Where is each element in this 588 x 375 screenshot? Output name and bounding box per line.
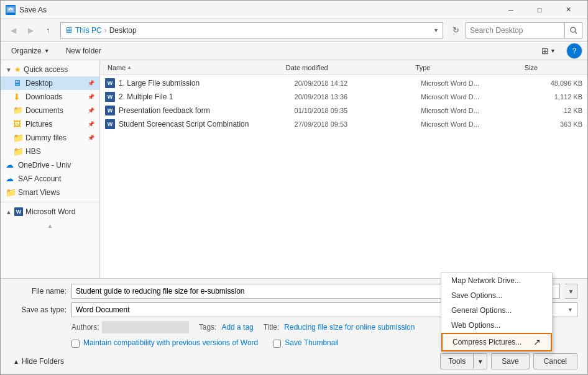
file-date-cell: 27/09/2018 09:53 xyxy=(295,120,421,128)
maintain-compat-checkbox[interactable]: Maintain compatibility with previous ver… xyxy=(71,338,258,348)
tags-item: Tags: Add a tag xyxy=(199,323,254,332)
filename-dropdown-btn[interactable]: ▼ xyxy=(565,284,577,299)
address-dropdown-arrow[interactable]: ▼ xyxy=(433,27,439,34)
quick-access-expander: ▼ xyxy=(6,66,13,73)
forward-button[interactable]: ▶ xyxy=(23,23,38,38)
hide-folders-button[interactable]: ▲ Hide Folders xyxy=(11,356,67,367)
tags-value[interactable]: Add a tag xyxy=(221,323,253,332)
sidebar-item-documents[interactable]: 📁 Documents 📌 xyxy=(1,104,99,117)
downloads-icon: ⬇ xyxy=(13,92,23,102)
tools-button[interactable]: Tools xyxy=(440,353,474,369)
window-title: Save As xyxy=(19,6,497,14)
close-button[interactable]: ✕ xyxy=(554,1,582,19)
title-value[interactable]: Reducing file size for online submission xyxy=(284,323,415,332)
bottom-buttons: ▲ Hide Folders Tools ▼ Save Cancel xyxy=(11,353,577,369)
desktop-icon: 🖥 xyxy=(13,78,23,88)
search-button[interactable] xyxy=(565,22,582,38)
file-list: W 1. Large File submission 20/09/2018 14… xyxy=(100,75,587,278)
help-button[interactable]: ? xyxy=(566,43,582,59)
save-button[interactable]: Save xyxy=(491,353,529,369)
pictures-pin-icon: 📌 xyxy=(88,121,94,127)
action-toolbar: Organize ▼ New folder ⊞ ▼ ? xyxy=(1,42,587,60)
authors-input[interactable] xyxy=(102,321,189,333)
tags-label: Tags: xyxy=(199,323,217,332)
sidebar-item-microsoft-word[interactable]: ▲ W Microsoft Word xyxy=(1,205,99,219)
sidebar-item-downloads[interactable]: ⬇ Downloads 📌 xyxy=(1,90,99,104)
view-toggle-button[interactable]: ⊞ ▼ xyxy=(536,44,561,58)
minimize-button[interactable]: ─ xyxy=(497,1,525,19)
menu-item-save-options[interactable]: Save Options... xyxy=(441,288,552,303)
nav-separator xyxy=(1,202,99,202)
save-thumbnail-label: Save Thumbnail xyxy=(285,338,339,348)
column-type[interactable]: Type xyxy=(413,64,522,71)
new-folder-button[interactable]: New folder xyxy=(60,44,107,58)
table-row[interactable]: W 1. Large File submission 20/09/2018 14… xyxy=(100,76,587,90)
sidebar-hbs-label: HBS xyxy=(25,147,94,156)
table-row[interactable]: W Student Screencast Script Combination … xyxy=(100,117,587,131)
filename-label: File name: xyxy=(11,287,67,296)
maximize-button[interactable]: □ xyxy=(525,1,554,19)
documents-pin-icon: 📌 xyxy=(88,107,94,114)
sidebar-downloads-label: Downloads xyxy=(25,93,86,101)
maintain-compat-input[interactable] xyxy=(71,340,80,348)
dummy-icon: 📁 xyxy=(13,133,23,143)
refresh-button[interactable]: ↻ xyxy=(448,23,463,38)
sidebar-item-hbs[interactable]: 📁 HBS xyxy=(1,145,99,158)
hbs-icon: 📁 xyxy=(13,147,23,156)
cancel-button[interactable]: Cancel xyxy=(533,353,577,369)
column-name[interactable]: Name ▲ xyxy=(105,64,283,71)
tools-context-menu: Map Network Drive... Save Options... Gen… xyxy=(441,273,553,352)
sidebar-item-onedrive[interactable]: ☁ OneDrive - Univ xyxy=(1,158,99,172)
word-expander: ▲ xyxy=(6,209,13,215)
sidebar-item-dummy[interactable]: 📁 Dummy files 📌 xyxy=(1,131,99,145)
tools-dropdown-button[interactable]: ▼ xyxy=(474,353,487,369)
search-input[interactable] xyxy=(466,22,565,38)
quick-access-label: Quick access xyxy=(24,65,68,74)
svg-line-3 xyxy=(575,32,577,34)
back-button[interactable]: ◀ xyxy=(6,23,21,38)
table-row[interactable]: W Presentation feedback form 01/10/2018 … xyxy=(100,104,587,117)
sidebar-item-desktop[interactable]: 🖥 Desktop 📌 xyxy=(1,76,99,90)
sidebar-item-pictures[interactable]: 🖼 Pictures 📌 xyxy=(1,117,99,131)
sidebar-item-saf[interactable]: ☁ SAF Account xyxy=(1,172,99,186)
file-word-icon: W xyxy=(105,78,115,88)
file-panel: Name ▲ Date modified Type Size W 1. Larg… xyxy=(100,60,587,278)
up-button[interactable]: ↑ xyxy=(40,23,55,38)
file-size-cell: 12 KB xyxy=(526,107,582,114)
column-date[interactable]: Date modified xyxy=(283,64,413,71)
file-name-cell: 1. Large File submission xyxy=(119,79,295,88)
organize-button[interactable]: Organize ▼ xyxy=(6,44,55,58)
dummy-pin-icon: 📌 xyxy=(88,135,94,141)
save-thumbnail-input[interactable] xyxy=(273,340,281,348)
table-row[interactable]: W 2. Multiple File 1 20/09/2018 13:36 Mi… xyxy=(100,90,587,104)
column-size[interactable]: Size xyxy=(522,64,582,71)
view-icon: ⊞ xyxy=(541,46,549,56)
onedrive-icon: ☁ xyxy=(6,160,16,170)
navigation-toolbar: ◀ ▶ ↑ 🖥 This PC › Desktop ▼ ↻ xyxy=(1,19,587,42)
sidebar-pictures-label: Pictures xyxy=(25,120,86,129)
navigation-panel: ▼ ★ Quick access 🖥 Desktop 📌 ⬇ Downloads… xyxy=(1,60,100,278)
file-size-cell: 363 KB xyxy=(526,120,582,128)
save-as-dialog: Save As ─ □ ✕ ◀ ▶ ↑ 🖥 This PC › Desktop … xyxy=(0,0,588,375)
address-this-pc[interactable]: This PC xyxy=(75,26,102,35)
file-size-cell: 1,112 KB xyxy=(526,93,582,101)
address-desktop[interactable]: Desktop xyxy=(109,26,137,35)
menu-item-general-options[interactable]: General Options... xyxy=(441,303,552,318)
file-type-cell: Microsoft Word D... xyxy=(421,79,526,87)
quick-access-header[interactable]: ▼ ★ Quick access xyxy=(1,63,99,76)
sidebar-onedrive-label: OneDrive - Univ xyxy=(18,161,94,169)
sidebar-smart-label: Smart Views xyxy=(18,188,94,197)
menu-item-compress-pictures[interactable]: Compress Pictures... ↗ xyxy=(441,333,552,351)
maintain-compat-label: Maintain compatibility with previous ver… xyxy=(83,338,258,348)
address-bar[interactable]: 🖥 This PC › Desktop ▼ xyxy=(60,22,443,38)
menu-item-web-options[interactable]: Web Options... xyxy=(441,318,552,333)
menu-item-map-network[interactable]: Map Network Drive... xyxy=(441,273,552,288)
file-size-cell: 48,096 KB xyxy=(526,79,582,87)
column-name-label: Name xyxy=(108,64,126,71)
sidebar-item-smart[interactable]: 📁 Smart Views xyxy=(1,186,99,199)
content-area: ▼ ★ Quick access 🖥 Desktop 📌 ⬇ Downloads… xyxy=(1,60,587,278)
compress-pictures-cursor: ↗ xyxy=(533,337,541,347)
scroll-up-indicator[interactable]: ▲ xyxy=(1,219,99,232)
save-thumbnail-checkbox[interactable]: Save Thumbnail xyxy=(273,338,339,348)
file-name-cell: Student Screencast Script Combination xyxy=(119,120,295,129)
